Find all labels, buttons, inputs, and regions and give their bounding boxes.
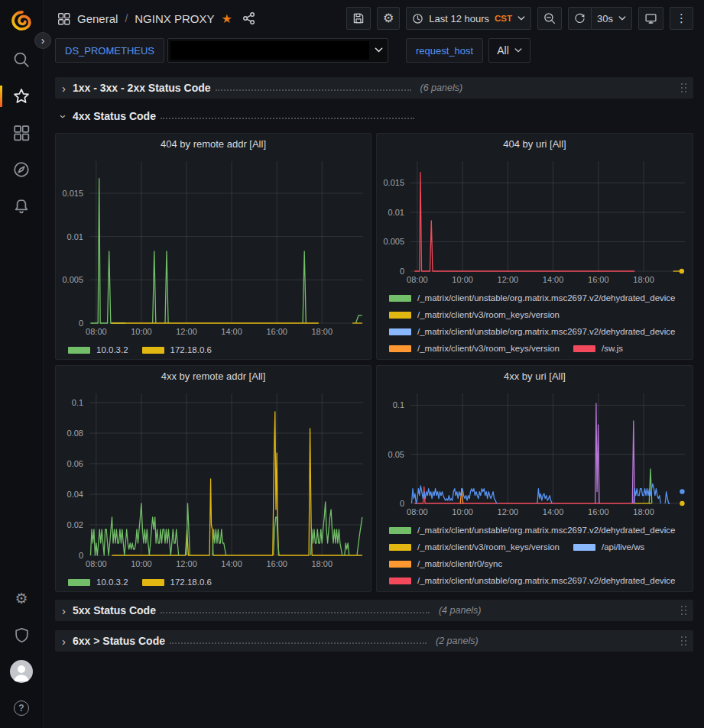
y-axis-label: 0.1 — [393, 400, 404, 409]
row-header-6xx[interactable]: › 6xx > Status Code (2 panels) — [55, 630, 693, 652]
series-line — [153, 251, 156, 323]
drag-handle-icon[interactable] — [681, 606, 686, 615]
x-axis-label: 14:00 — [543, 275, 564, 284]
sidebar-item-server-admin[interactable] — [0, 616, 44, 653]
sidebar-item-explore[interactable] — [0, 151, 44, 188]
panel-4xx-by-remote-addr: 4xx by remote addr [All] 00.020.040.060.… — [55, 365, 371, 592]
legend-item[interactable]: /_matrix/client/v3/room_keys/version — [389, 542, 560, 552]
x-axis-label: 12:00 — [176, 327, 197, 336]
legend-series-color — [68, 347, 90, 354]
refresh-interval-select[interactable]: 30s — [592, 7, 632, 30]
legend-item[interactable]: /_matrix/client/unstable/org.matrix.msc2… — [389, 526, 676, 535]
sidebar-item-dashboards[interactable] — [0, 115, 44, 151]
series-line — [537, 489, 552, 503]
sidebar-item-profile[interactable] — [0, 653, 44, 690]
series-line — [91, 503, 179, 555]
redacted-value — [170, 41, 369, 60]
series-line — [357, 517, 362, 555]
header-actions: ⚙ Last 12 hours CST — [346, 7, 693, 30]
legend-item[interactable]: /_matrix/client/unstable/org.matrix.msc2… — [389, 293, 676, 303]
favorite-star-icon[interactable]: ★ — [221, 11, 232, 26]
row-header-1xx-3xx-2xx[interactable]: › 1xx - 3xx - 2xx Status Code (6 panels) — [55, 77, 693, 99]
time-range-picker[interactable]: Last 12 hours CST — [406, 7, 531, 30]
legend-item[interactable]: /_matrix/client/v3/room_keys/version — [389, 344, 560, 353]
legend-item[interactable]: 172.18.0.6 — [142, 578, 212, 587]
search-icon — [13, 51, 30, 68]
series-line — [165, 251, 168, 323]
drag-handle-icon[interactable] — [681, 83, 686, 92]
chevron-down-icon: › — [58, 115, 70, 118]
y-axis-label: 0.015 — [383, 178, 404, 187]
legend-item[interactable]: 172.18.0.6 — [142, 345, 212, 354]
legend-series-color — [389, 328, 411, 335]
refresh-button[interactable] — [568, 7, 592, 30]
legend-item[interactable]: 10.0.3.2 — [68, 345, 128, 354]
x-axis-label: 18:00 — [633, 507, 654, 516]
legend-item[interactable]: /_matrix/client/unstable/org.matrix.msc2… — [389, 576, 676, 585]
zoom-out-button[interactable] — [537, 7, 562, 30]
legend-item[interactable]: /_matrix/client/v3/room_keys/version — [389, 310, 560, 319]
x-axis-label: 08:00 — [407, 275, 428, 284]
timeseries-chart[interactable]: 00.0050.010.01508:0010:0012:0014:0016:00… — [56, 155, 371, 338]
panel-legend: /_matrix/client/unstable/org.matrix.msc2… — [377, 286, 693, 359]
cycle-view-mode-button[interactable] — [638, 7, 663, 30]
dashboard-settings-button[interactable]: ⚙ — [377, 7, 400, 30]
legend-item[interactable]: 10.0.3.2 — [68, 578, 128, 587]
legend-item[interactable]: /_matrix/client/unstable/org.matrix.msc2… — [389, 327, 676, 336]
timeseries-chart[interactable]: 00.0050.010.01508:0010:0012:0014:0016:00… — [377, 155, 693, 286]
legend-row: /_matrix/client/v3/room_keys/version/api… — [389, 539, 688, 555]
panel-title[interactable]: 4xx by uri [All] — [377, 366, 693, 387]
row-panel-count: (4 panels) — [439, 605, 482, 616]
clock-icon — [412, 13, 423, 24]
dashboard-title[interactable]: NGINX PROXY — [135, 12, 214, 25]
dashboard-body: › 1xx - 3xx - 2xx Status Code (6 panels)… — [44, 70, 704, 728]
drag-handle-icon[interactable] — [681, 636, 686, 645]
breadcrumb-section[interactable]: General — [77, 12, 118, 25]
legend-series-label: /_matrix/client/unstable/org.matrix.msc2… — [417, 293, 676, 303]
panel-title[interactable]: 404 by remote addr [All] — [56, 134, 371, 155]
chevron-right-icon: › — [62, 83, 66, 94]
legend-row: /_matrix/client/v3/room_keys/version/sw.… — [389, 340, 688, 357]
share-icon[interactable] — [242, 11, 256, 25]
dotted-leader — [170, 635, 427, 644]
timezone-label: CST — [495, 14, 512, 23]
legend-item[interactable]: /_matrix/client/r0/sync — [389, 559, 502, 568]
series-line — [665, 492, 670, 503]
legend-item[interactable]: /sw.js — [573, 344, 623, 353]
sidebar-item-search[interactable] — [0, 41, 44, 78]
grafana-app: › — [0, 0, 704, 728]
request-host-variable-select[interactable]: All — [488, 38, 530, 63]
datasource-variable-label[interactable]: DS_PROMETHEUS — [55, 38, 164, 63]
panel-404-by-uri: 404 by uri [All] 00.0050.010.01508:0010:… — [376, 133, 693, 360]
active-indicator — [0, 86, 2, 107]
sidebar-item-help[interactable]: ? — [0, 690, 44, 726]
sidebar-item-starred[interactable] — [0, 78, 44, 115]
kebab-menu-button[interactable]: ⋮ — [670, 7, 693, 30]
y-axis-label: 0.08 — [67, 429, 83, 438]
legend-series-color — [573, 544, 595, 551]
datasource-variable-input[interactable] — [167, 38, 388, 63]
sidebar-item-alerting[interactable] — [0, 188, 44, 225]
legend-series-label: /_matrix/client/v3/room_keys/version — [417, 310, 560, 319]
row-header-5xx[interactable]: › 5xx Status Code (4 panels) — [55, 600, 693, 621]
legend-series-color — [389, 578, 411, 584]
timeseries-chart[interactable]: 00.020.040.060.080.108:0010:0012:0014:00… — [56, 387, 371, 571]
bell-icon — [13, 198, 30, 215]
legend-series-label: /api/live/ws — [602, 542, 644, 552]
save-dashboard-button[interactable] — [346, 7, 371, 30]
sidebar-item-configuration[interactable]: ⚙ — [0, 580, 44, 616]
row-header-4xx[interactable]: › 4xx Status Code — [55, 108, 693, 125]
row-title: 4xx Status Code — [73, 110, 156, 122]
legend-series-label: /_matrix/client/v3/room_keys/version — [417, 344, 560, 353]
variables-toolbar: DS_PROMETHEUS request_host All — [44, 37, 704, 70]
panel-title[interactable]: 404 by uri [All] — [377, 134, 693, 155]
panel-title[interactable]: 4xx by remote addr [All] — [56, 366, 371, 387]
x-axis-label: 16:00 — [588, 507, 609, 516]
dotted-leader — [216, 82, 411, 91]
dashboard-header: General / NGINX PROXY ★ ⚙ — [44, 0, 704, 37]
request-host-variable-label[interactable]: request_host — [406, 38, 483, 63]
chevron-down-icon — [618, 15, 626, 21]
timeseries-chart[interactable]: 00.050.108:0010:0012:0014:0016:0018:00 — [377, 387, 693, 519]
y-axis-label: 0.05 — [388, 450, 404, 459]
legend-item[interactable]: /api/live/ws — [573, 542, 644, 552]
